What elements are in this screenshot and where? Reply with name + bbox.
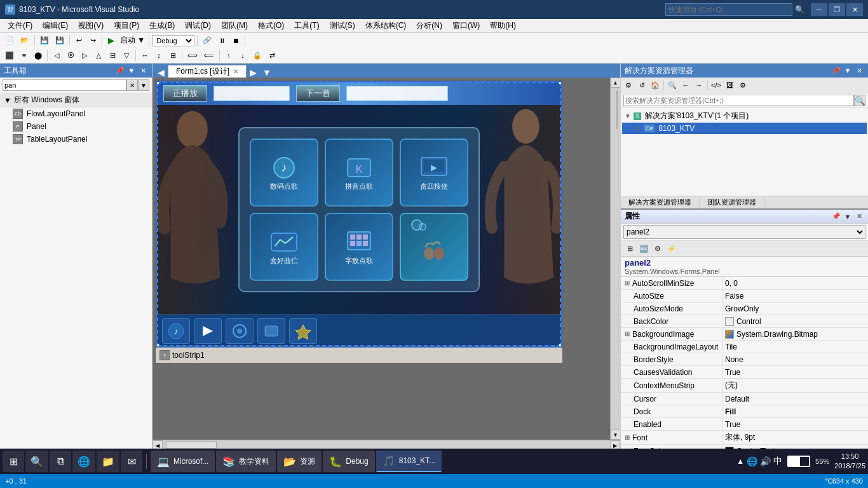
ktv-footer-btn-4[interactable] bbox=[257, 318, 285, 344]
props-show-props-btn[interactable]: ⚙ bbox=[651, 242, 664, 255]
undo-btn[interactable]: ↩ bbox=[72, 34, 85, 47]
ktv-footer-btn-3[interactable] bbox=[226, 318, 254, 344]
toolbox-pin-btn[interactable]: 📌 bbox=[115, 65, 125, 76]
props-by-category-btn[interactable]: ⊞ bbox=[623, 242, 636, 255]
equal-width-btn[interactable]: ↔ bbox=[139, 49, 151, 62]
align-top-btn[interactable]: △ bbox=[92, 49, 105, 62]
debug-config-select[interactable]: Debug Release bbox=[152, 35, 194, 46]
se-arrow-btn[interactable]: ▼ bbox=[843, 65, 853, 76]
start-debug-btn[interactable]: ▶ bbox=[105, 34, 118, 47]
save-btn[interactable]: 💾 bbox=[37, 34, 51, 47]
se-tree-project[interactable]: ▼ C# 8103_KTV bbox=[622, 123, 867, 134]
open-btn[interactable]: 📂 bbox=[18, 34, 32, 47]
taskbar-edge-btn[interactable]: 🌐 bbox=[72, 451, 95, 472]
props-show-events-btn[interactable]: ⚡ bbox=[665, 242, 678, 255]
restore-button[interactable]: ❐ bbox=[829, 3, 845, 16]
format-btn-2[interactable]: ≡ bbox=[18, 49, 31, 62]
close-button[interactable]: ✕ bbox=[846, 3, 863, 16]
bring-front-btn[interactable]: ↑ bbox=[222, 49, 235, 62]
props-expand-font[interactable]: ⊞ bbox=[625, 434, 630, 441]
hscroll-thumb[interactable] bbox=[166, 441, 217, 449]
se-filter-btn[interactable]: 🔍 bbox=[666, 79, 679, 92]
equal-both-btn[interactable]: ⊞ bbox=[166, 49, 179, 62]
menu-view[interactable]: 视图(V) bbox=[73, 19, 109, 32]
taskbar-task-view-btn[interactable]: ⧉ bbox=[50, 451, 71, 472]
toolbox-item-flowlayoutpanel[interactable]: FP FlowLayoutPanel bbox=[0, 107, 152, 120]
menu-analyze[interactable]: 分析(N) bbox=[411, 19, 447, 32]
toolbox-close-btn[interactable]: ✕ bbox=[138, 65, 148, 76]
taskbar-app-teaching[interactable]: 📚 教学资料 bbox=[216, 451, 276, 472]
format-btn-3[interactable]: ⬤ bbox=[32, 49, 44, 62]
taskbar-search-btn[interactable]: 🔍 bbox=[25, 451, 48, 472]
menu-team[interactable]: 团队(M) bbox=[216, 19, 253, 32]
ktv-footer-btn-1[interactable]: ♪ bbox=[162, 318, 190, 344]
ktv-next-input[interactable] bbox=[346, 86, 448, 101]
menu-architecture[interactable]: 体系结构(C) bbox=[360, 19, 412, 32]
toolbox-arrow-btn[interactable]: ▼ bbox=[126, 65, 137, 76]
se-back-btn[interactable]: ← bbox=[679, 79, 692, 92]
align-center-btn[interactable]: ⦿ bbox=[64, 49, 77, 62]
ktv-menu-item-2[interactable]: K 拼音点歌 bbox=[325, 139, 393, 207]
menu-help[interactable]: 帮助(H) bbox=[485, 19, 521, 32]
taskbar-show-hidden-btn[interactable]: ▲ bbox=[736, 457, 744, 466]
vscroll-down-btn[interactable]: ▼ bbox=[611, 430, 621, 440]
menu-test[interactable]: 测试(S) bbox=[325, 19, 360, 32]
se-close-btn[interactable]: ✕ bbox=[854, 65, 864, 76]
props-close-btn[interactable]: ✕ bbox=[854, 212, 864, 222]
toolbox-search-input[interactable] bbox=[3, 79, 126, 91]
ktv-footer-btn-2[interactable] bbox=[194, 318, 222, 344]
se-forward-btn[interactable]: → bbox=[693, 79, 705, 92]
taskbar-app-ktv[interactable]: 🎵 8103_KT... bbox=[376, 451, 442, 472]
lock-btn[interactable]: 🔒 bbox=[250, 49, 264, 62]
quick-launch-input[interactable] bbox=[665, 3, 792, 16]
ktv-menu-item-6[interactable] bbox=[400, 213, 468, 281]
tab-order-btn[interactable]: ⇄ bbox=[266, 49, 278, 62]
se-search-btn[interactable]: 🔍 bbox=[854, 95, 865, 106]
toolbox-item-tablelayoutpanel[interactable]: TP TableLayoutPanel bbox=[0, 133, 152, 146]
taskbar-app-vs[interactable]: 💻 Microsof... bbox=[151, 451, 215, 472]
menu-edit[interactable]: 编辑(E) bbox=[37, 19, 73, 32]
props-expand-autoscrollminsize[interactable]: ⊞ bbox=[625, 280, 630, 287]
taskbar-app-debug[interactable]: 🐛 Debug bbox=[323, 451, 374, 472]
designer-tab-close[interactable]: ✕ bbox=[233, 68, 238, 75]
menu-window[interactable]: 窗口(W) bbox=[447, 19, 485, 32]
ktv-menu-item-3[interactable]: ▶ 贪四搜使 bbox=[400, 139, 468, 207]
search-icon[interactable]: 🔍 bbox=[795, 5, 804, 14]
handle-tr[interactable] bbox=[559, 81, 562, 85]
send-back-btn[interactable]: ↓ bbox=[236, 49, 249, 62]
ktv-playing-btn[interactable]: 正播放 bbox=[163, 85, 207, 102]
align-right-btn[interactable]: ▷ bbox=[78, 49, 91, 62]
se-tree-solution[interactable]: ▼ S 解决方案'8103_KTV'(1 个项目) bbox=[622, 109, 867, 123]
save-all-btn[interactable]: 💾 bbox=[53, 34, 67, 47]
toolbox-item-panel[interactable]: P Panel bbox=[0, 120, 152, 133]
ktv-next-btn[interactable]: 下一首 bbox=[296, 85, 340, 102]
vscroll-thumb[interactable] bbox=[616, 91, 618, 129]
taskbar-app-resources[interactable]: 📂 资源 bbox=[277, 451, 322, 472]
taskbar-start-btn[interactable]: ⊞ bbox=[3, 451, 24, 472]
vspace-btn[interactable]: ⟸ bbox=[201, 49, 217, 62]
new-project-btn[interactable]: 📄 bbox=[3, 34, 17, 47]
se-designer-btn[interactable]: 🖼 bbox=[723, 79, 736, 92]
minimize-button[interactable]: ─ bbox=[811, 3, 827, 16]
designer-vscroll[interactable]: ▲ ▼ bbox=[610, 78, 620, 440]
equal-height-btn[interactable]: ↕ bbox=[153, 49, 165, 62]
format-btn-1[interactable]: ⬛ bbox=[3, 49, 17, 62]
se-refresh-btn[interactable]: ↺ bbox=[635, 79, 648, 92]
attach-process-btn[interactable]: 🔗 bbox=[200, 34, 214, 47]
ktv-menu-item-1[interactable]: ♪ 数码点歌 bbox=[250, 139, 318, 207]
stopdbg-btn[interactable]: ⏹ bbox=[229, 34, 242, 47]
menu-debug[interactable]: 调试(D) bbox=[180, 19, 216, 32]
props-alphabetical-btn[interactable]: 🔤 bbox=[637, 242, 650, 255]
ktv-menu-item-4[interactable]: 盒好曲伫 bbox=[250, 213, 318, 281]
align-left-btn[interactable]: ◁ bbox=[50, 49, 63, 62]
se-code-btn[interactable]: </> bbox=[710, 79, 722, 92]
ktv-menu-item-5[interactable]: 字敌点歌 bbox=[325, 213, 393, 281]
menu-build[interactable]: 生成(B) bbox=[144, 19, 180, 32]
props-object-selector[interactable]: panel2 bbox=[623, 225, 865, 239]
tab-scroll-left[interactable]: ◀ bbox=[155, 67, 167, 78]
menu-project[interactable]: 项目(P) bbox=[109, 19, 144, 32]
toolbox-search-clear-btn[interactable]: ✕ bbox=[126, 79, 138, 91]
align-bottom-btn[interactable]: ▽ bbox=[120, 49, 133, 62]
taskbar-file-explorer-btn[interactable]: 📁 bbox=[97, 451, 119, 472]
tab-scroll-right[interactable]: ▶ bbox=[247, 67, 259, 78]
